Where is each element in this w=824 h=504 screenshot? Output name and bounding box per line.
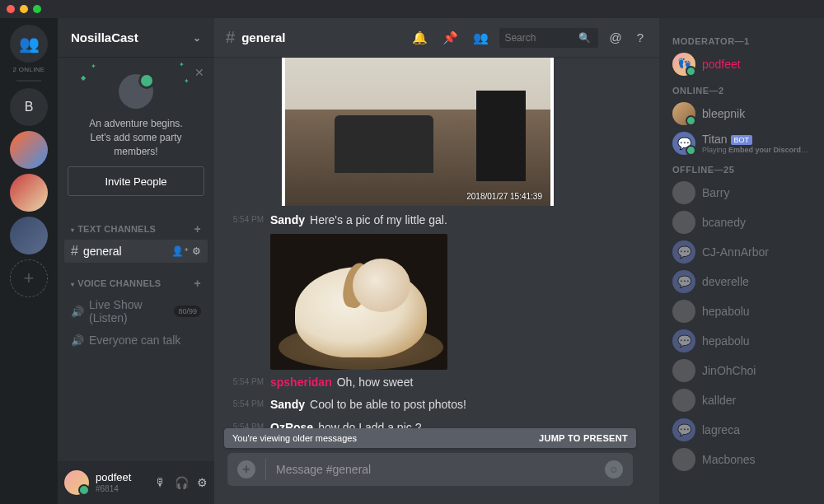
avatar [672,102,695,125]
members-icon[interactable]: 👥 [469,30,493,45]
message-author[interactable]: OzRose [270,421,313,428]
voice-limit: 80/99 [174,306,201,317]
older-messages-bar[interactable]: You're viewing older messages JUMP TO PR… [224,428,636,448]
older-messages-text: You're viewing older messages [232,433,357,443]
member-cj[interactable]: 💬CJ-AnnArbor [666,237,817,267]
voice-channel-talk[interactable]: 🔊 Everyone can talk [64,329,208,351]
speaker-icon: 🔊 [71,334,84,347]
member-name: Barry [702,186,729,199]
server-header[interactable]: NosillaCast ⌄ [58,18,214,58]
invite-icon[interactable]: 👤⁺ [171,245,189,257]
guild-b[interactable]: B [10,88,48,126]
message-text: Oh, how sweet [337,376,414,389]
avatar: 💬 [672,270,695,293]
guild-nosillacast-live[interactable] [10,174,48,212]
self-username: podfeet [96,472,131,483]
member-name: bleepnik [702,107,745,120]
avatar [672,359,695,382]
member-deverelle[interactable]: 💬deverelle [666,267,817,296]
close-icon[interactable]: ✕ [194,66,204,79]
member-lagreca[interactable]: 💬lagreca [666,415,817,445]
sparkle-icon: ✦ [91,63,96,70]
window-titlebar [0,0,824,18]
member-podfeet[interactable]: 👣 podfeet [666,49,817,79]
invite-card: ✕ ✦ ◆ ✦ ✦ An adventure begins. Let's add… [58,58,214,209]
friends-icon: 👥 [19,34,40,54]
invite-people-button[interactable]: Invite People [68,166,204,196]
avatar: 💬 [672,418,695,441]
member-name: TitanBOT [702,133,809,146]
voice-channel-listen[interactable]: 🔊 Live Show (Listen) 80/99 [64,294,208,329]
members-heading-moderator: MODERATOR—1 [666,30,817,49]
camera-timestamp: 2018/01/27 15:41:39 [466,192,542,201]
pin-icon[interactable]: 📌 [438,30,462,45]
member-hepabolu[interactable]: hepabolu [666,296,817,326]
avatar: 👣 [672,53,695,76]
text-channels-heading[interactable]: ▾TEXT CHANNELS + [64,219,208,239]
invite-avatar-icon [119,74,153,109]
help-icon[interactable]: ? [633,30,648,44]
mentions-icon[interactable]: @ [605,30,625,44]
member-name: Macbones [702,453,756,466]
message-author[interactable]: Sandy [270,398,305,411]
minimize-window[interactable] [20,5,28,13]
member-barry[interactable]: Barry [666,178,817,208]
member-name: hepabolu [702,334,750,348]
deafen-icon[interactable]: 🎧 [175,476,189,489]
search-box[interactable]: 🔍 [499,28,598,48]
home-button[interactable]: 👥 [10,25,48,63]
member-hepabolu-2[interactable]: 💬hepabolu [666,326,817,356]
message-timestamp: 5:54 PM [227,212,270,229]
message-author[interactable]: Sandy [270,213,305,226]
search-input[interactable] [504,32,578,44]
voice-channels-heading[interactable]: ▾VOICE CHANNELS + [64,273,208,293]
zoom-window[interactable] [33,5,41,13]
gear-icon[interactable]: ⚙ [192,245,201,257]
guild-rail: 👥 2 ONLINE B + [0,18,58,504]
member-bleepnik[interactable]: bleepnik [666,99,817,128]
self-avatar[interactable] [64,470,89,495]
message-row: 5:54 PM OzRosehow do I add a pic ? [227,418,646,428]
message-text: Here's a pic of my little gal. [310,213,447,226]
add-channel-icon[interactable]: + [194,222,201,236]
member-name: hepabolu [702,305,750,318]
member-bcanedy[interactable]: bcanedy [666,208,817,237]
chevron-down-icon: ⌄ [193,32,201,44]
message-list[interactable]: 2018/01/27 15:41:39 5:54 PM SandyHere's … [214,58,646,428]
message-input[interactable] [276,463,605,476]
sparkle-icon: ✦ [179,61,185,68]
member-titan[interactable]: 💬 TitanBOT Playing Embed your Discord ..… [666,128,817,158]
message-author[interactable]: spsheridan [270,376,332,389]
member-list[interactable]: MODERATOR—1 👣 podfeet ONLINE—2 bleepnik … [659,18,824,504]
member-name: podfeet [702,58,741,71]
user-settings-gear-icon[interactable]: ⚙ [197,476,208,489]
member-name: lagreca [702,423,740,436]
emoji-picker-icon[interactable]: ☺ [605,460,623,478]
guild-chitchat[interactable] [10,131,48,169]
add-server-button[interactable]: + [10,259,48,297]
member-macbones[interactable]: Macbones [666,445,817,474]
mute-icon[interactable]: 🎙 [155,476,166,489]
bell-icon[interactable]: 🔔 [408,30,432,45]
hash-icon: # [226,28,235,47]
avatar: 💬 [672,132,695,155]
attachment-image-dog[interactable] [270,234,447,370]
jump-to-present[interactable]: JUMP TO PRESENT [539,433,628,443]
attach-icon[interactable]: + [237,460,255,478]
add-channel-icon[interactable]: + [194,277,201,290]
speaker-icon: 🔊 [71,306,84,318]
member-activity: Playing Embed your Discord ... [702,146,809,154]
channel-label: Live Show (Listen) [89,298,174,324]
sparkle-icon: ✦ [184,77,190,85]
member-name: kallder [702,394,736,407]
member-kallder[interactable]: kallder [666,385,817,415]
chevron-down-icon: ▾ [71,226,74,234]
chevron-down-icon: ▾ [71,281,74,288]
guild-shield[interactable] [10,217,48,254]
member-jinohchoi[interactable]: JinOhChoi [666,356,817,385]
close-window[interactable] [7,5,15,13]
avatar: 💬 [672,240,695,264]
channel-general[interactable]: # general 👤⁺ ⚙ [64,240,208,263]
attachment-image-room[interactable]: 2018/01/27 15:41:39 [282,58,554,206]
avatar [672,211,695,234]
